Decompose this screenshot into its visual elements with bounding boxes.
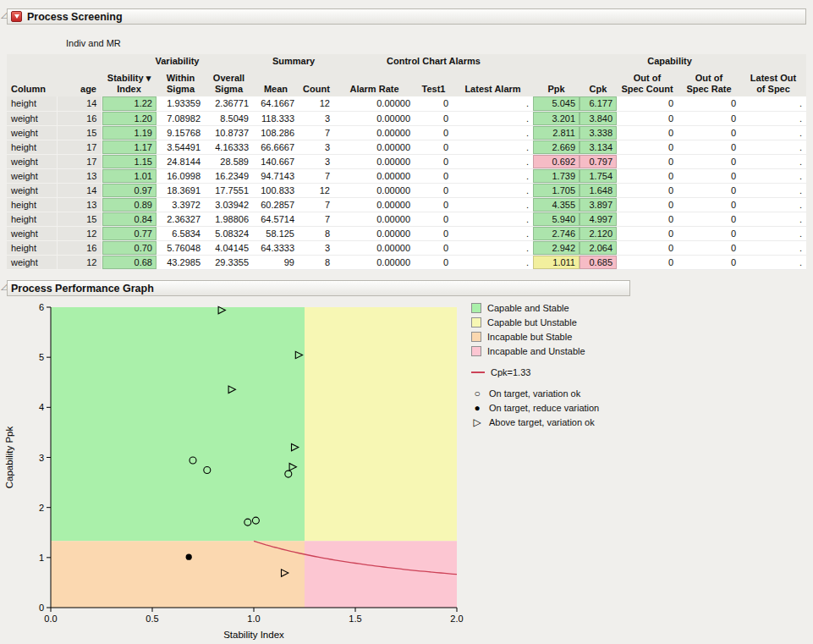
cell-oos_rate[interactable]: 0 [678,212,740,226]
cell-ppk[interactable]: 2.669 [533,140,580,154]
cell-count[interactable]: 7 [299,168,334,183]
cell-cpk[interactable]: 1.754 [580,168,617,183]
process-screening-header[interactable]: Process Screening [7,8,806,25]
cell-ppk[interactable]: 2.746 [533,226,580,240]
cell-latest_oos[interactable]: . [740,212,806,226]
cell-column[interactable]: weight [7,255,57,269]
cell-latest_oos[interactable]: . [740,96,806,111]
cell-alarm_rate[interactable]: 0.00000 [334,240,415,255]
cell-latest_oos[interactable]: . [740,154,806,168]
table-row[interactable]: height141.221.933592.3677164.1667120.000… [7,96,806,111]
cell-ppk[interactable]: 0.692 [533,154,580,168]
cell-latest_alarm[interactable]: . [453,240,533,255]
cell-oos_rate[interactable]: 0 [678,197,740,212]
cell-oos_count[interactable]: 0 [617,125,678,140]
cell-ppk[interactable]: 4.355 [533,197,580,212]
cell-latest_oos[interactable]: . [740,240,806,255]
cell-cpk[interactable]: 2.120 [580,226,617,240]
cell-count[interactable]: 7 [299,125,334,140]
cell-count[interactable]: 3 [299,111,334,125]
cell-stability_index[interactable]: 0.89 [102,197,157,212]
column-header-stability-index[interactable]: Stability ▾ Index [102,68,157,96]
cell-cpk[interactable]: 4.997 [580,212,617,226]
cell-count[interactable]: 8 [299,255,334,269]
cell-alarm_rate[interactable]: 0.00000 [334,197,415,212]
cell-stability_index[interactable]: 1.01 [102,168,157,183]
cell-mean[interactable]: 99 [253,255,299,269]
cell-age[interactable]: 17 [57,140,102,154]
cell-column[interactable]: height [7,240,57,255]
cell-within_sigma[interactable]: 1.93359 [157,96,205,111]
cell-age[interactable]: 15 [57,125,102,140]
cell-ppk[interactable]: 1.739 [533,168,580,183]
cell-count[interactable]: 12 [299,96,334,111]
column-header-out-of-spec-count[interactable]: Out of Spec Count [617,68,678,96]
cell-oos_count[interactable]: 0 [617,183,678,197]
cell-oos_count[interactable]: 0 [617,168,678,183]
cell-within_sigma[interactable]: 24.8144 [157,154,205,168]
cell-column[interactable]: height [7,212,57,226]
cell-alarm_rate[interactable]: 0.00000 [334,212,415,226]
cell-age[interactable]: 14 [57,183,102,197]
cell-alarm_rate[interactable]: 0.00000 [334,125,415,140]
cell-within_sigma[interactable]: 9.15768 [157,125,205,140]
cell-oos_rate[interactable]: 0 [678,183,740,197]
cell-column[interactable]: height [7,197,57,212]
cell-latest_alarm[interactable]: . [453,226,533,240]
cell-mean[interactable]: 66.6667 [253,140,299,154]
cell-within_sigma[interactable]: 16.0998 [157,168,205,183]
cell-within_sigma[interactable]: 3.54491 [157,140,205,154]
cell-latest_oos[interactable]: . [740,125,806,140]
cell-ppk[interactable]: 2.942 [533,240,580,255]
cell-oos_count[interactable]: 0 [617,197,678,212]
cell-age[interactable]: 13 [57,168,102,183]
cell-age[interactable]: 16 [57,111,102,125]
cell-ppk[interactable]: 2.811 [533,125,580,140]
cell-oos_count[interactable]: 0 [617,226,678,240]
column-header-overall-sigma[interactable]: Overall Sigma [205,68,253,96]
column-header-ppk[interactable]: Ppk [533,68,580,96]
cell-latest_oos[interactable]: . [740,168,806,183]
cell-alarm_rate[interactable]: 0.00000 [334,226,415,240]
cell-mean[interactable]: 94.7143 [253,168,299,183]
table-row[interactable]: weight171.1524.814428.589140.66730.00000… [7,154,806,168]
cell-overall_sigma[interactable]: 28.589 [205,154,253,168]
cell-cpk[interactable]: 0.685 [580,255,617,269]
cell-test1[interactable]: 0 [415,183,453,197]
cell-column[interactable]: height [7,140,57,154]
cell-oos_rate[interactable]: 0 [678,96,740,111]
cell-overall_sigma[interactable]: 16.2349 [205,168,253,183]
column-header-out-of-spec-rate[interactable]: Out of Spec Rate [678,68,740,96]
cell-within_sigma[interactable]: 5.76048 [157,240,205,255]
cell-mean[interactable]: 118.333 [253,111,299,125]
cell-mean[interactable]: 64.5714 [253,212,299,226]
cell-oos_rate[interactable]: 0 [678,125,740,140]
cell-mean[interactable]: 64.3333 [253,240,299,255]
cell-column[interactable]: weight [7,183,57,197]
cell-stability_index[interactable]: 0.77 [102,226,157,240]
cell-test1[interactable]: 0 [415,140,453,154]
cell-mean[interactable]: 140.667 [253,154,299,168]
cell-test1[interactable]: 0 [415,154,453,168]
red-triangle-menu-icon[interactable] [11,11,22,22]
cell-within_sigma[interactable]: 7.08982 [157,111,205,125]
cell-cpk[interactable]: 1.648 [580,183,617,197]
cell-column[interactable]: weight [7,111,57,125]
table-row[interactable]: height160.705.760484.0414564.333330.0000… [7,240,806,255]
cell-mean[interactable]: 108.286 [253,125,299,140]
cell-oos_count[interactable]: 0 [617,212,678,226]
cell-test1[interactable]: 0 [415,168,453,183]
cell-oos_rate[interactable]: 0 [678,111,740,125]
cell-within_sigma[interactable]: 6.5834 [157,226,205,240]
cell-ppk[interactable]: 5.940 [533,212,580,226]
cell-test1[interactable]: 0 [415,197,453,212]
cell-oos_count[interactable]: 0 [617,96,678,111]
cell-count[interactable]: 7 [299,212,334,226]
table-row[interactable]: weight140.9718.369117.7551100.833120.000… [7,183,806,197]
cell-overall_sigma[interactable]: 4.04145 [205,240,253,255]
cell-mean[interactable]: 100.833 [253,183,299,197]
table-row[interactable]: height150.842.363271.9880664.571470.0000… [7,212,806,226]
cell-cpk[interactable]: 3.134 [580,140,617,154]
column-header-mean[interactable]: Mean [253,68,299,96]
cell-latest_alarm[interactable]: . [453,111,533,125]
